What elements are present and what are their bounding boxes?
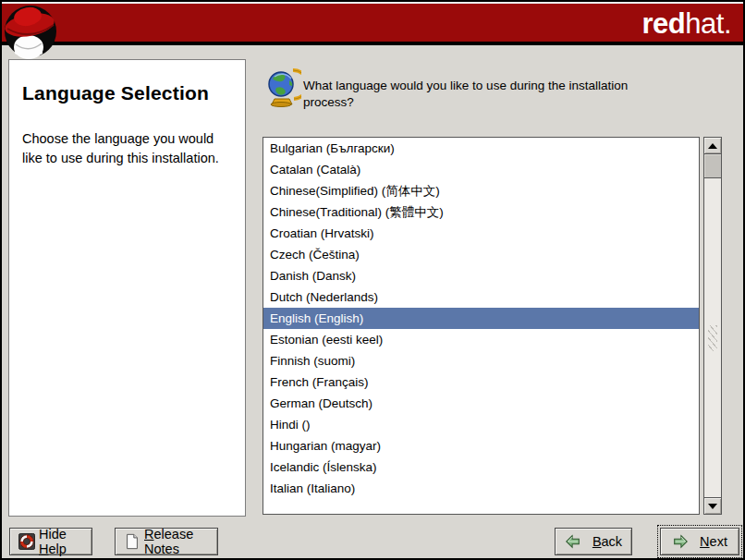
question-text: What language would you like to use duri… (303, 78, 654, 111)
document-icon (124, 533, 140, 550)
language-list-item[interactable]: Chinese(Traditional) (繁體中文) (263, 201, 699, 223)
scrollbar-thumb[interactable] (703, 154, 722, 178)
language-list-item[interactable]: Danish (Dansk) (263, 265, 699, 286)
language-list[interactable]: Bulgarian (Български)Catalan (Català)Chi… (263, 137, 700, 515)
language-list-item[interactable]: German (Deutsch) (263, 393, 699, 414)
help-text: Choose the language you would like to us… (22, 129, 234, 167)
language-list-item[interactable]: Hungarian (magyar) (263, 435, 699, 457)
language-list-item[interactable]: Finnish (suomi) (263, 350, 699, 371)
language-list-item[interactable]: English (English) (263, 308, 699, 329)
language-list-item[interactable]: Croatian (Hrvatski) (263, 223, 699, 244)
language-list-item[interactable]: Hindi () (263, 414, 699, 435)
next-button[interactable]: Next (660, 528, 739, 555)
redhat-wordmark: redhat. (642, 8, 731, 40)
page-title: Language Selection (22, 82, 234, 104)
language-list-item[interactable]: Catalan (Català) (263, 159, 699, 180)
scrollbar-track[interactable] (703, 178, 722, 497)
wordmark-hat: hat. (685, 7, 731, 40)
arrow-right-icon (672, 533, 689, 550)
wordmark-red: red (642, 7, 686, 40)
globe-icon (267, 67, 301, 107)
language-list-item[interactable]: Chinese(Simplified) (简体中文) (263, 180, 699, 201)
release-notes-label: Release Notes (144, 527, 209, 556)
language-list-item[interactable]: Icelandic (Íslenska) (263, 457, 699, 478)
arrow-up-icon (708, 143, 717, 149)
language-list-item[interactable]: Dutch (Nederlands) (263, 286, 699, 308)
language-list-item[interactable]: Czech (Čeština) (263, 244, 699, 265)
language-list-item[interactable]: Italian (Italiano) (263, 478, 699, 499)
hide-help-label: Hide Help (39, 527, 83, 556)
arrow-left-icon (565, 533, 581, 550)
header-bar: redhat. (2, 2, 743, 45)
back-button[interactable]: Back (555, 528, 632, 555)
scrollbar (703, 137, 722, 515)
back-label: Back (592, 534, 622, 549)
scroll-up-button[interactable] (703, 137, 722, 154)
redhat-shadowman-icon (4, 3, 59, 60)
help-panel: Language Selection Choose the language y… (8, 59, 246, 517)
language-list-item[interactable]: Estonian (eesti keel) (263, 329, 699, 350)
release-notes-button[interactable]: Release Notes (115, 528, 218, 555)
scroll-down-button[interactable] (703, 497, 722, 515)
next-label: Next (700, 534, 727, 549)
arrow-down-icon (708, 504, 717, 509)
hide-help-button[interactable]: Hide Help (9, 528, 92, 555)
language-listbox: Bulgarian (Български)Catalan (Català)Chi… (263, 137, 722, 515)
language-list-item[interactable]: French (Français) (263, 371, 699, 393)
installer-window: redhat. Language Selection Choose the la… (0, 0, 745, 560)
language-list-item[interactable]: Bulgarian (Български) (263, 138, 699, 159)
life-ring-icon (18, 533, 35, 550)
